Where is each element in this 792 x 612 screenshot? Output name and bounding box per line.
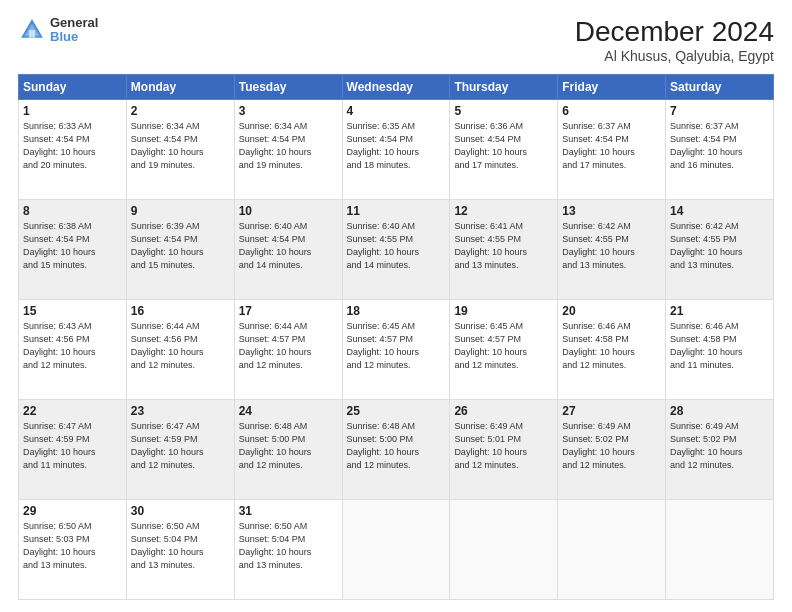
day-info: Sunrise: 6:38 AM Sunset: 4:54 PM Dayligh… <box>23 220 122 272</box>
day-info: Sunrise: 6:49 AM Sunset: 5:01 PM Dayligh… <box>454 420 553 472</box>
calendar-subtitle: Al Khusus, Qalyubia, Egypt <box>575 48 774 64</box>
calendar-cell <box>666 500 774 600</box>
calendar-cell: 23Sunrise: 6:47 AM Sunset: 4:59 PM Dayli… <box>126 400 234 500</box>
calendar-cell: 22Sunrise: 6:47 AM Sunset: 4:59 PM Dayli… <box>19 400 127 500</box>
day-number: 24 <box>239 404 338 418</box>
day-number: 11 <box>347 204 446 218</box>
logo-text: General Blue <box>50 16 98 45</box>
day-number: 5 <box>454 104 553 118</box>
calendar-cell: 21Sunrise: 6:46 AM Sunset: 4:58 PM Dayli… <box>666 300 774 400</box>
day-info: Sunrise: 6:49 AM Sunset: 5:02 PM Dayligh… <box>670 420 769 472</box>
day-info: Sunrise: 6:45 AM Sunset: 4:57 PM Dayligh… <box>347 320 446 372</box>
calendar-cell: 31Sunrise: 6:50 AM Sunset: 5:04 PM Dayli… <box>234 500 342 600</box>
svg-rect-2 <box>29 30 35 38</box>
day-number: 4 <box>347 104 446 118</box>
day-number: 28 <box>670 404 769 418</box>
calendar-week-row: 29Sunrise: 6:50 AM Sunset: 5:03 PM Dayli… <box>19 500 774 600</box>
day-info: Sunrise: 6:50 AM Sunset: 5:04 PM Dayligh… <box>239 520 338 572</box>
calendar-cell: 18Sunrise: 6:45 AM Sunset: 4:57 PM Dayli… <box>342 300 450 400</box>
day-info: Sunrise: 6:37 AM Sunset: 4:54 PM Dayligh… <box>562 120 661 172</box>
logo-icon <box>18 16 46 44</box>
calendar-cell: 26Sunrise: 6:49 AM Sunset: 5:01 PM Dayli… <box>450 400 558 500</box>
day-info: Sunrise: 6:34 AM Sunset: 4:54 PM Dayligh… <box>131 120 230 172</box>
day-info: Sunrise: 6:33 AM Sunset: 4:54 PM Dayligh… <box>23 120 122 172</box>
calendar-cell: 25Sunrise: 6:48 AM Sunset: 5:00 PM Dayli… <box>342 400 450 500</box>
day-info: Sunrise: 6:42 AM Sunset: 4:55 PM Dayligh… <box>562 220 661 272</box>
day-info: Sunrise: 6:50 AM Sunset: 5:03 PM Dayligh… <box>23 520 122 572</box>
calendar-cell <box>558 500 666 600</box>
calendar-week-row: 8Sunrise: 6:38 AM Sunset: 4:54 PM Daylig… <box>19 200 774 300</box>
calendar-cell: 7Sunrise: 6:37 AM Sunset: 4:54 PM Daylig… <box>666 100 774 200</box>
day-number: 27 <box>562 404 661 418</box>
calendar-cell <box>450 500 558 600</box>
calendar-cell: 5Sunrise: 6:36 AM Sunset: 4:54 PM Daylig… <box>450 100 558 200</box>
calendar-cell: 8Sunrise: 6:38 AM Sunset: 4:54 PM Daylig… <box>19 200 127 300</box>
day-info: Sunrise: 6:43 AM Sunset: 4:56 PM Dayligh… <box>23 320 122 372</box>
day-number: 31 <box>239 504 338 518</box>
calendar-week-row: 15Sunrise: 6:43 AM Sunset: 4:56 PM Dayli… <box>19 300 774 400</box>
calendar-cell: 16Sunrise: 6:44 AM Sunset: 4:56 PM Dayli… <box>126 300 234 400</box>
day-info: Sunrise: 6:35 AM Sunset: 4:54 PM Dayligh… <box>347 120 446 172</box>
header-day-wednesday: Wednesday <box>342 75 450 100</box>
header-day-monday: Monday <box>126 75 234 100</box>
day-number: 18 <box>347 304 446 318</box>
header-day-sunday: Sunday <box>19 75 127 100</box>
day-number: 19 <box>454 304 553 318</box>
day-info: Sunrise: 6:44 AM Sunset: 4:56 PM Dayligh… <box>131 320 230 372</box>
header-day-saturday: Saturday <box>666 75 774 100</box>
calendar-cell: 11Sunrise: 6:40 AM Sunset: 4:55 PM Dayli… <box>342 200 450 300</box>
calendar-week-row: 22Sunrise: 6:47 AM Sunset: 4:59 PM Dayli… <box>19 400 774 500</box>
calendar-cell: 27Sunrise: 6:49 AM Sunset: 5:02 PM Dayli… <box>558 400 666 500</box>
day-info: Sunrise: 6:46 AM Sunset: 4:58 PM Dayligh… <box>562 320 661 372</box>
calendar-cell: 24Sunrise: 6:48 AM Sunset: 5:00 PM Dayli… <box>234 400 342 500</box>
day-number: 8 <box>23 204 122 218</box>
day-number: 6 <box>562 104 661 118</box>
page: General Blue December 2024 Al Khusus, Qa… <box>0 0 792 612</box>
calendar-cell: 13Sunrise: 6:42 AM Sunset: 4:55 PM Dayli… <box>558 200 666 300</box>
day-number: 16 <box>131 304 230 318</box>
day-info: Sunrise: 6:37 AM Sunset: 4:54 PM Dayligh… <box>670 120 769 172</box>
day-number: 15 <box>23 304 122 318</box>
day-info: Sunrise: 6:46 AM Sunset: 4:58 PM Dayligh… <box>670 320 769 372</box>
calendar-header-row: SundayMondayTuesdayWednesdayThursdayFrid… <box>19 75 774 100</box>
day-info: Sunrise: 6:48 AM Sunset: 5:00 PM Dayligh… <box>347 420 446 472</box>
day-number: 10 <box>239 204 338 218</box>
day-info: Sunrise: 6:40 AM Sunset: 4:54 PM Dayligh… <box>239 220 338 272</box>
day-info: Sunrise: 6:34 AM Sunset: 4:54 PM Dayligh… <box>239 120 338 172</box>
day-number: 13 <box>562 204 661 218</box>
day-number: 25 <box>347 404 446 418</box>
day-number: 21 <box>670 304 769 318</box>
day-info: Sunrise: 6:44 AM Sunset: 4:57 PM Dayligh… <box>239 320 338 372</box>
day-info: Sunrise: 6:36 AM Sunset: 4:54 PM Dayligh… <box>454 120 553 172</box>
day-number: 9 <box>131 204 230 218</box>
calendar-cell: 17Sunrise: 6:44 AM Sunset: 4:57 PM Dayli… <box>234 300 342 400</box>
day-info: Sunrise: 6:47 AM Sunset: 4:59 PM Dayligh… <box>131 420 230 472</box>
day-number: 29 <box>23 504 122 518</box>
day-info: Sunrise: 6:40 AM Sunset: 4:55 PM Dayligh… <box>347 220 446 272</box>
day-number: 1 <box>23 104 122 118</box>
day-info: Sunrise: 6:48 AM Sunset: 5:00 PM Dayligh… <box>239 420 338 472</box>
calendar-title: December 2024 <box>575 16 774 48</box>
day-number: 17 <box>239 304 338 318</box>
day-info: Sunrise: 6:42 AM Sunset: 4:55 PM Dayligh… <box>670 220 769 272</box>
calendar-cell: 1Sunrise: 6:33 AM Sunset: 4:54 PM Daylig… <box>19 100 127 200</box>
calendar-week-row: 1Sunrise: 6:33 AM Sunset: 4:54 PM Daylig… <box>19 100 774 200</box>
calendar-cell: 4Sunrise: 6:35 AM Sunset: 4:54 PM Daylig… <box>342 100 450 200</box>
calendar-cell: 20Sunrise: 6:46 AM Sunset: 4:58 PM Dayli… <box>558 300 666 400</box>
day-info: Sunrise: 6:45 AM Sunset: 4:57 PM Dayligh… <box>454 320 553 372</box>
day-info: Sunrise: 6:41 AM Sunset: 4:55 PM Dayligh… <box>454 220 553 272</box>
header-day-thursday: Thursday <box>450 75 558 100</box>
day-number: 7 <box>670 104 769 118</box>
calendar-cell <box>342 500 450 600</box>
title-block: December 2024 Al Khusus, Qalyubia, Egypt <box>575 16 774 64</box>
header: General Blue December 2024 Al Khusus, Qa… <box>18 16 774 64</box>
calendar-cell: 19Sunrise: 6:45 AM Sunset: 4:57 PM Dayli… <box>450 300 558 400</box>
calendar-cell: 6Sunrise: 6:37 AM Sunset: 4:54 PM Daylig… <box>558 100 666 200</box>
calendar-cell: 2Sunrise: 6:34 AM Sunset: 4:54 PM Daylig… <box>126 100 234 200</box>
day-info: Sunrise: 6:39 AM Sunset: 4:54 PM Dayligh… <box>131 220 230 272</box>
header-day-tuesday: Tuesday <box>234 75 342 100</box>
day-number: 3 <box>239 104 338 118</box>
day-number: 26 <box>454 404 553 418</box>
day-info: Sunrise: 6:49 AM Sunset: 5:02 PM Dayligh… <box>562 420 661 472</box>
calendar-table: SundayMondayTuesdayWednesdayThursdayFrid… <box>18 74 774 600</box>
